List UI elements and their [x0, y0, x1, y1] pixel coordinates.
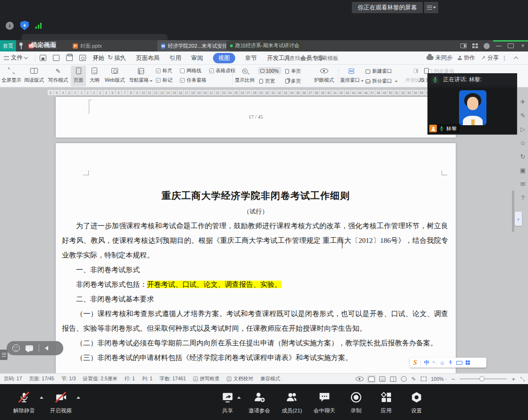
info-icon[interactable]: i: [6, 22, 14, 30]
punctuation-icon[interactable]: °·: [433, 360, 436, 366]
split-window-button[interactable]: 拆分窗口: [366, 78, 398, 85]
sticker-icon[interactable]: ☺: [519, 140, 526, 146]
column-view-icon[interactable]: [390, 377, 396, 382]
zoom-slider-handle[interactable]: [479, 376, 485, 381]
security-shield-icon[interactable]: +: [20, 21, 29, 30]
toolbox-icon[interactable]: [466, 360, 470, 365]
sidebar-expand-button[interactable]: ›: [515, 212, 522, 226]
workspace-grid-icon[interactable]: [472, 43, 478, 48]
view-check-r1-1-checkbox[interactable]: ✓标尺: [156, 68, 172, 74]
restore-button[interactable]: [508, 43, 514, 48]
meeting-control-9[interactable]: 设置: [407, 391, 426, 414]
menu-tab-3[interactable]: 页面布局: [136, 54, 160, 62]
history-icon[interactable]: ↻: [520, 154, 526, 160]
command-search[interactable]: [283, 53, 368, 63]
share-button[interactable]: ↗ 分享: [481, 54, 499, 62]
compat-mode-label[interactable]: 兼容模式: [260, 376, 280, 382]
eye-mode-icon[interactable]: [356, 377, 364, 381]
file-menu[interactable]: 文件: [4, 54, 27, 62]
status-item-5[interactable]: 行: 1: [125, 376, 135, 382]
fullscreen-icon[interactable]: [520, 377, 525, 382]
page-view-button[interactable]: 页面: [71, 66, 86, 86]
zoom-slider[interactable]: [460, 378, 507, 379]
spell-button[interactable]: A拼写检查: [193, 376, 220, 382]
participant-video-tile[interactable]: 林黎: [427, 86, 517, 135]
menu-tab-5[interactable]: 审阅: [191, 54, 203, 62]
collapse-toolbar-icon[interactable]: [45, 346, 48, 351]
web-layout-button[interactable]: Web版式: [103, 66, 127, 86]
pin-icon[interactable]: [18, 42, 24, 50]
ink-icon[interactable]: ✎: [411, 376, 416, 382]
zoom-out-button[interactable]: −: [451, 376, 455, 383]
scrollbar-thumb[interactable]: [512, 190, 514, 232]
nav-pane-button[interactable]: 导航窗格: [128, 66, 153, 86]
submenu-caret-icon[interactable]: [237, 396, 241, 399]
pointer-icon[interactable]: ▷: [520, 126, 525, 132]
meeting-control-7[interactable]: 录制: [347, 391, 366, 414]
zoom-ratio-button[interactable]: % 显示比例: [234, 66, 255, 86]
keyboard-icon[interactable]: [456, 361, 462, 365]
rearrange-windows-button[interactable]: 重排窗口: [340, 66, 363, 86]
save-button[interactable]: [40, 55, 46, 61]
meeting-control-5[interactable]: 成员(21): [281, 391, 302, 414]
banner-menu-button[interactable]: [424, 2, 438, 13]
close-button[interactable]: ×: [519, 43, 526, 49]
emoji-icon[interactable]: [12, 344, 20, 352]
proof-button[interactable]: 文文档校对: [227, 376, 253, 382]
writing-mode-button[interactable]: ✎ 写作模式: [47, 66, 69, 86]
meeting-control-6[interactable]: 会中聊天: [314, 391, 335, 414]
tab-doc-active[interactable]: W 经济学院202...末考试安排方案: [157, 40, 230, 51]
edge-list-toggle[interactable]: [0, 350, 8, 360]
tab-home[interactable]: 首页: [0, 40, 16, 51]
page-width-button[interactable]: 页宽: [259, 78, 275, 85]
mail-icon[interactable]: ✉: [520, 181, 526, 187]
single-page-button[interactable]: 单页: [285, 68, 301, 75]
new-window-button[interactable]: 新建窗口: [366, 68, 392, 75]
print-button[interactable]: [66, 55, 73, 61]
print-preview-button[interactable]: [79, 55, 86, 61]
fit-page-icon[interactable]: [421, 377, 426, 381]
minimize-button[interactable]: —: [495, 43, 502, 49]
meeting-control-2[interactable]: 开启视频: [45, 391, 77, 414]
submenu-caret-icon[interactable]: [40, 396, 43, 399]
submenu-caret-icon[interactable]: [77, 396, 80, 399]
page-17[interactable]: 17 / 45: [56, 97, 456, 137]
view-check-r2-1-checkbox[interactable]: ✓标记: [156, 77, 172, 84]
help-icon[interactable]: ?: [521, 195, 524, 201]
status-item-6[interactable]: 列: 1: [142, 376, 153, 382]
meeting-control-3[interactable]: 共享: [218, 391, 237, 414]
layout-icon[interactable]: [460, 43, 467, 48]
zoom-in-button[interactable]: +: [511, 376, 515, 383]
zoom-100-button[interactable]: 100%: [258, 67, 281, 74]
sync-status[interactable]: 未同步: [426, 54, 452, 62]
status-item-4[interactable]: 设置值: 2.5厘米: [83, 376, 118, 382]
outline-view-icon[interactable]: [379, 377, 385, 382]
menu-tab-1[interactable]: 开始: [93, 54, 104, 62]
menu-tab-6[interactable]: 视图: [213, 53, 235, 63]
view-check-r2-2-checkbox[interactable]: ✓任务窗格: [180, 77, 206, 84]
read-layout-button[interactable]: 阅读版式: [23, 66, 45, 86]
collaborate-button[interactable]: 协作: [458, 54, 475, 62]
zoom-percent[interactable]: 100% ·: [431, 376, 447, 382]
status-item-7[interactable]: 字数: 17461: [160, 376, 186, 382]
eye-protect-button[interactable]: 护眼模式: [313, 66, 335, 86]
view-check-r1-2-checkbox[interactable]: 网格线: [180, 68, 202, 74]
input-mode-cn[interactable]: 中: [424, 359, 429, 366]
status-item-2[interactable]: 页面: 17/45: [29, 376, 54, 382]
menu-tab-7[interactable]: 章节: [245, 54, 257, 62]
outline-view-button[interactable]: 大纲: [87, 66, 102, 86]
page-18[interactable]: 重庆工商大学经济学院非闭卷考试工作细则 （试行） 为了进一步加强课程考核和考试命…: [56, 143, 456, 373]
meeting-control-4[interactable]: 邀请参会: [248, 391, 270, 414]
export-button[interactable]: [53, 55, 60, 61]
fullscreen-view-button[interactable]: 全屏显示: [1, 66, 22, 86]
menu-tab-4[interactable]: 引用: [170, 54, 181, 62]
sogou-logo[interactable]: S: [413, 359, 417, 367]
view-check-r1-3-checkbox[interactable]: ✓表格虚框: [209, 68, 236, 74]
share-icon[interactable]: ✈: [520, 99, 526, 105]
voice-input-icon[interactable]: [448, 360, 453, 366]
emoji-face-icon[interactable]: ☺: [440, 360, 445, 366]
meeting-control-8[interactable]: 应用: [377, 391, 396, 414]
collapse-ribbon-button[interactable]: [514, 56, 518, 60]
status-item-1[interactable]: 页码: 17: [4, 376, 22, 382]
chat-bubble-icon[interactable]: [26, 345, 33, 351]
